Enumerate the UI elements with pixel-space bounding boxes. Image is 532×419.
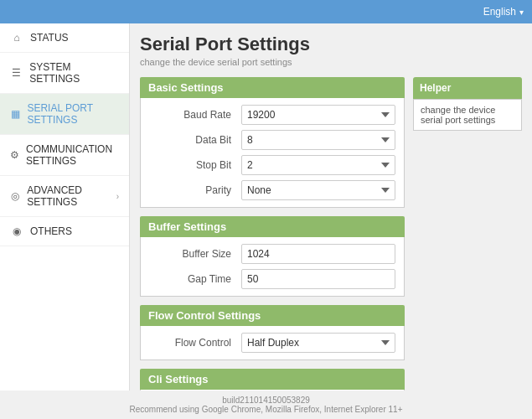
gap-time-control bbox=[241, 269, 395, 289]
sidebar-label-advanced-settings: ADVANCED SETTINGS bbox=[27, 184, 109, 208]
advanced-icon: ◎ bbox=[10, 190, 20, 202]
forms-column: Basic Settings Baud Rate 9600 19200 3840… bbox=[140, 77, 405, 391]
data-bit-row: Data Bit 5678 bbox=[149, 130, 395, 150]
sidebar-label-others: OTHERS bbox=[30, 225, 72, 237]
data-bit-label: Data Bit bbox=[149, 134, 241, 146]
page-title: Serial Port Settings bbox=[140, 34, 522, 55]
sidebar-label-serial-port-settings: SERIAL PORT SETTINGS bbox=[27, 102, 119, 126]
data-bit-control: 5678 bbox=[241, 130, 395, 150]
buffer-size-control bbox=[241, 244, 395, 264]
helper-content: change the device serial port settings bbox=[413, 99, 522, 131]
parity-row: Parity NoneOddEvenMarkSpace bbox=[149, 180, 395, 200]
parity-control: NoneOddEvenMarkSpace bbox=[241, 180, 395, 200]
parity-select[interactable]: NoneOddEvenMarkSpace bbox=[241, 180, 395, 200]
basic-settings-body: Baud Rate 9600 19200 38400 57600 115200 bbox=[140, 98, 405, 208]
buffer-size-label: Buffer Size bbox=[149, 248, 241, 260]
home-icon: ⌂ bbox=[10, 32, 23, 44]
cli-settings-header: Cli Settings bbox=[140, 369, 405, 390]
flow-control-label: Flow Control bbox=[149, 337, 241, 349]
baud-rate-select[interactable]: 9600 19200 38400 57600 115200 bbox=[241, 105, 395, 125]
sidebar: ⌂ STATUS ☰ SYSTEM SETTINGS ▦ SERIAL PORT… bbox=[0, 23, 130, 391]
language-label: English bbox=[483, 6, 516, 18]
sidebar-item-others[interactable]: ◉ OTHERS bbox=[0, 217, 129, 246]
sidebar-item-advanced-settings[interactable]: ◎ ADVANCED SETTINGS › bbox=[0, 176, 129, 217]
others-icon: ◉ bbox=[10, 225, 23, 237]
helper-box: Helper bbox=[413, 77, 522, 99]
stop-bit-select[interactable]: 11.52 bbox=[241, 155, 395, 175]
buffer-settings-body: Buffer Size Gap Time bbox=[140, 237, 405, 297]
flow-control-settings-body: Flow Control NoneHalf DuplexFull DuplexH… bbox=[140, 326, 405, 360]
stop-bit-control: 11.52 bbox=[241, 155, 395, 175]
baud-rate-row: Baud Rate 9600 19200 38400 57600 115200 bbox=[149, 105, 395, 125]
sidebar-label-status: STATUS bbox=[30, 32, 69, 44]
stop-bit-label: Stop Bit bbox=[149, 159, 241, 171]
footer-recommend: Recommend using Google Chrome, Mozilla F… bbox=[5, 405, 527, 414]
baud-rate-control: 9600 19200 38400 57600 115200 bbox=[241, 105, 395, 125]
flow-control-settings-section: Flow Control Settings Flow Control NoneH… bbox=[140, 305, 405, 360]
gap-time-row: Gap Time bbox=[149, 269, 395, 289]
sidebar-item-communication-settings[interactable]: ⚙ COMMUNICATION SETTINGS bbox=[0, 135, 129, 176]
flow-control-control: NoneHalf DuplexFull DuplexHardwareSoftwa… bbox=[241, 333, 395, 353]
advanced-chevron-icon: › bbox=[116, 192, 119, 201]
sidebar-label-communication-settings: COMMUNICATION SETTINGS bbox=[26, 143, 119, 167]
gap-time-label: Gap Time bbox=[149, 273, 241, 285]
footer-build: build211014150053829 bbox=[5, 396, 527, 405]
helper-column: Helper change the device serial port set… bbox=[413, 77, 522, 391]
language-chevron: ▾ bbox=[519, 8, 524, 17]
parity-label: Parity bbox=[149, 184, 241, 196]
stop-bit-row: Stop Bit 11.52 bbox=[149, 155, 395, 175]
system-icon: ☰ bbox=[10, 67, 23, 79]
footer: build211014150053829 Recommend using Goo… bbox=[0, 391, 532, 419]
sidebar-label-system-settings: SYSTEM SETTINGS bbox=[29, 61, 119, 85]
flow-control-select[interactable]: NoneHalf DuplexFull DuplexHardwareSoftwa… bbox=[241, 333, 395, 353]
buffer-size-row: Buffer Size bbox=[149, 244, 395, 264]
sidebar-item-serial-port-settings[interactable]: ▦ SERIAL PORT SETTINGS bbox=[0, 94, 129, 135]
cli-settings-section: Cli Settings Cli Serial StringTelnetSSH bbox=[140, 369, 405, 391]
basic-settings-header: Basic Settings bbox=[140, 77, 405, 98]
main-content: Serial Port Settings change the device s… bbox=[130, 23, 532, 391]
gap-time-input[interactable] bbox=[241, 269, 395, 289]
top-bar: English ▾ bbox=[0, 0, 532, 23]
sidebar-item-status[interactable]: ⌂ STATUS bbox=[0, 23, 129, 53]
communication-icon: ⚙ bbox=[10, 149, 19, 161]
flow-control-row: Flow Control NoneHalf DuplexFull DuplexH… bbox=[149, 333, 395, 353]
data-bit-select[interactable]: 5678 bbox=[241, 130, 395, 150]
flow-control-settings-header: Flow Control Settings bbox=[140, 305, 405, 326]
sidebar-item-system-settings[interactable]: ☰ SYSTEM SETTINGS bbox=[0, 53, 129, 94]
language-selector[interactable]: English ▾ bbox=[483, 6, 524, 18]
helper-title: Helper bbox=[420, 82, 515, 94]
buffer-settings-section: Buffer Settings Buffer Size Gap Time bbox=[140, 216, 405, 297]
buffer-size-input[interactable] bbox=[241, 244, 395, 264]
serial-port-icon: ▦ bbox=[10, 108, 20, 120]
baud-rate-label: Baud Rate bbox=[149, 109, 241, 121]
basic-settings-section: Basic Settings Baud Rate 9600 19200 3840… bbox=[140, 77, 405, 208]
buffer-settings-header: Buffer Settings bbox=[140, 216, 405, 237]
page-subtitle: change the device serial port settings bbox=[140, 57, 522, 67]
